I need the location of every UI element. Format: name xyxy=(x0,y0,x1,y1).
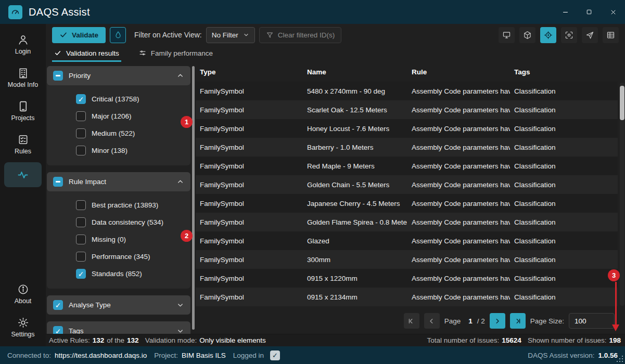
info-icon xyxy=(17,283,29,295)
last-page-button[interactable] xyxy=(510,313,526,329)
column-header-name[interactable]: Name xyxy=(303,68,407,76)
table-row[interactable]: FamilySymbol300mmAssembly Code parameter… xyxy=(196,250,618,269)
cell-name: Glazed xyxy=(303,237,407,245)
filter-item-label: Major (1206) xyxy=(92,112,132,120)
cell-tags: Classification xyxy=(510,293,618,301)
filter-item[interactable]: Data consistency (534) xyxy=(47,214,190,231)
column-header-tags[interactable]: Tags xyxy=(510,68,618,76)
sidebar-item-model-info[interactable]: Model Info xyxy=(2,62,44,93)
section-checkbox[interactable] xyxy=(53,326,63,334)
project-label: Project: xyxy=(154,352,178,359)
sidebar-item-rules[interactable]: Rules xyxy=(2,129,44,159)
resize-grip[interactable] xyxy=(617,356,623,362)
sidebar-item-about[interactable]: About xyxy=(2,279,44,309)
filter-item[interactable]: Critical (13758) xyxy=(47,90,190,108)
table-scrollbar-thumb[interactable] xyxy=(620,86,624,120)
checkbox[interactable] xyxy=(76,94,86,104)
filter-item[interactable]: Missing (0) xyxy=(47,231,190,248)
shown-issues-value: 198 xyxy=(609,336,621,344)
column-header-type[interactable]: Type xyxy=(196,68,303,76)
checkbox[interactable] xyxy=(76,235,86,244)
maximize-button[interactable] xyxy=(577,0,601,24)
main-row: Login Model Info Projects Rules About xyxy=(0,24,625,346)
locate-icon[interactable] xyxy=(540,27,556,43)
clear-filter-icon xyxy=(266,31,274,39)
cell-type: FamilySymbol xyxy=(196,200,303,207)
cell-tags: Classification xyxy=(510,162,618,170)
checkbox[interactable] xyxy=(76,217,86,227)
cell-name: Barberry - 1.0 Meters xyxy=(303,144,407,151)
filter-item-label: Performance (345) xyxy=(92,253,150,261)
filter-item[interactable]: Standards (852) xyxy=(47,265,190,282)
filter-panel-scrollbar[interactable] xyxy=(192,66,195,330)
page-size-input[interactable] xyxy=(569,313,615,329)
sidebar-item-validation[interactable] xyxy=(4,162,42,187)
building-icon xyxy=(17,67,29,79)
table-row[interactable]: FamilySymbolHoney Locust - 7.6 MetersAss… xyxy=(196,119,618,138)
filter-section-header[interactable]: Priority xyxy=(47,66,190,85)
next-page-button[interactable] xyxy=(490,313,505,329)
cell-type: FamilySymbol xyxy=(196,125,303,133)
filter-section-title: Tags xyxy=(69,327,84,334)
validate-button[interactable]: Validate xyxy=(52,27,106,43)
first-page-button[interactable] xyxy=(404,313,419,329)
filter-item[interactable]: Best practice (13893) xyxy=(47,197,190,214)
section-checkbox[interactable] xyxy=(53,177,63,187)
checkbox[interactable] xyxy=(76,146,86,155)
close-button[interactable] xyxy=(601,0,625,24)
table-row[interactable]: FamilySymbolScarlet Oak - 12.5 MetersAss… xyxy=(196,100,618,119)
cell-rule: Assembly Code parameters hav xyxy=(407,162,510,170)
previous-page-button[interactable] xyxy=(424,313,440,329)
cube-icon[interactable] xyxy=(519,27,535,43)
table-row[interactable]: FamilySymbolBarberry - 1.0 MetersAssembl… xyxy=(196,138,618,157)
filter-section-header[interactable]: Rule Impact xyxy=(47,172,190,191)
sidebar-item-settings[interactable]: Settings xyxy=(2,312,44,342)
table-row[interactable]: FamilySymbol0915 x 2134mmAssembly Code p… xyxy=(196,288,618,306)
table-row[interactable]: FamilySymbolJapanese Cherry - 4.5 Meters… xyxy=(196,194,618,213)
table-row[interactable]: FamilySymbolGolden Chain - 5.5 MetersAss… xyxy=(196,175,618,194)
sidebar-item-projects[interactable]: Projects xyxy=(2,96,44,126)
cell-rule: Assembly Code parameters hav xyxy=(407,275,510,282)
table-row[interactable]: FamilySymbolGolden Flame Spirea - 0.8 Me… xyxy=(196,213,618,231)
checkbox[interactable] xyxy=(76,252,86,262)
table-row[interactable]: FamilySymbolGlazedAssembly Code paramete… xyxy=(196,231,618,250)
total-issues-value: 15624 xyxy=(502,336,521,344)
of-the-label: of the xyxy=(107,336,124,344)
rules-checklist-icon xyxy=(17,134,29,146)
filter-item[interactable]: Minor (138) xyxy=(47,142,190,159)
filter-section-header[interactable]: Tags xyxy=(47,321,190,334)
checkbox[interactable] xyxy=(76,200,86,210)
monitor-icon[interactable] xyxy=(499,27,515,43)
rules-total: 132 xyxy=(127,336,139,344)
clear-filtered-ids-button[interactable]: Clear filtered ID(s) xyxy=(259,27,342,43)
column-header-rule[interactable]: Rule xyxy=(407,68,510,76)
validate-button-label: Validate xyxy=(72,31,98,39)
filter-section-header[interactable]: Analyse Type xyxy=(47,295,190,315)
table-row[interactable]: FamilySymbolRed Maple - 9 MetersAssembly… xyxy=(196,157,618,175)
section-checkbox[interactable] xyxy=(53,300,63,310)
droplet-button[interactable] xyxy=(110,27,126,43)
section-checkbox[interactable] xyxy=(53,71,63,81)
checkbox[interactable] xyxy=(76,128,86,138)
active-rules-count: 132 xyxy=(93,336,105,344)
checkbox[interactable] xyxy=(76,111,86,121)
filter-item[interactable]: Performance (345) xyxy=(47,248,190,265)
filter-dropdown[interactable]: No Filter xyxy=(206,27,255,43)
annotation-badge-2: 2 xyxy=(181,230,193,242)
send-icon[interactable] xyxy=(582,27,598,43)
tab-family-performance[interactable]: Family performance xyxy=(137,46,215,62)
filter-item[interactable]: Major (1206) xyxy=(47,108,190,125)
tab-validation-results[interactable]: Validation results xyxy=(52,46,121,62)
sidebar-item-login[interactable]: Login xyxy=(2,29,44,59)
filter-item[interactable]: Medium (522) xyxy=(47,125,190,142)
logged-in-checkbox[interactable] xyxy=(270,350,280,360)
minimize-button[interactable] xyxy=(553,0,577,24)
table-row[interactable]: FamilySymbol0915 x 1220mmAssembly Code p… xyxy=(196,269,618,288)
logged-in-label: Logged in xyxy=(233,352,264,359)
table-row[interactable]: FamilySymbol5480 x 2740mm - 90 degAssemb… xyxy=(196,82,618,100)
checkbox[interactable] xyxy=(76,269,86,279)
tab-bar: Validation results Family performance xyxy=(46,46,625,62)
table-icon[interactable] xyxy=(603,27,619,43)
scan-icon[interactable] xyxy=(561,27,577,43)
filter-panel: PriorityCritical (13758)Major (1206)Medi… xyxy=(46,62,192,334)
